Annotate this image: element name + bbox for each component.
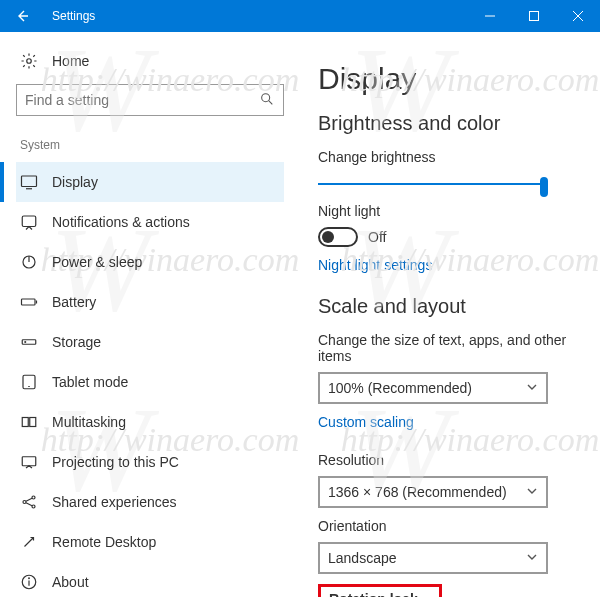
projecting-icon <box>20 453 38 471</box>
sidebar-item-power[interactable]: Power & sleep <box>16 242 284 282</box>
svg-rect-12 <box>22 299 36 305</box>
orientation-value: Landscape <box>328 550 397 566</box>
svg-point-28 <box>29 578 30 579</box>
close-icon <box>573 11 583 21</box>
multitasking-icon <box>20 413 38 431</box>
sidebar-item-storage[interactable]: Storage <box>16 322 284 362</box>
chevron-down-icon <box>526 550 538 566</box>
sidebar-item-notifications[interactable]: Notifications & actions <box>16 202 284 242</box>
gear-icon <box>20 52 38 70</box>
about-icon <box>20 573 38 591</box>
sidebar: Home System Display Notifications & acti… <box>0 32 300 597</box>
svg-line-6 <box>269 100 273 104</box>
svg-point-4 <box>27 59 32 64</box>
sidebar-item-label: Projecting to this PC <box>52 454 179 470</box>
sidebar-item-projecting[interactable]: Projecting to this PC <box>16 442 284 482</box>
sidebar-item-label: Remote Desktop <box>52 534 156 550</box>
svg-rect-9 <box>22 216 36 227</box>
shared-icon <box>20 493 38 511</box>
sidebar-item-shared[interactable]: Shared experiences <box>16 482 284 522</box>
maximize-button[interactable] <box>512 0 556 32</box>
resolution-select[interactable]: 1366 × 768 (Recommended) <box>318 476 548 508</box>
titlebar: Settings <box>0 0 600 32</box>
sidebar-item-label: Battery <box>52 294 96 310</box>
storage-icon <box>20 333 38 351</box>
battery-icon <box>20 293 38 311</box>
sidebar-item-label: Multitasking <box>52 414 126 430</box>
svg-rect-20 <box>22 457 36 466</box>
back-button[interactable] <box>0 0 44 32</box>
sidebar-item-label: Display <box>52 174 98 190</box>
scale-select[interactable]: 100% (Recommended) <box>318 372 548 404</box>
main-panel: Display Brightness and color Change brig… <box>300 32 600 597</box>
svg-point-21 <box>23 501 26 504</box>
svg-point-5 <box>262 93 270 101</box>
orientation-select[interactable]: Landscape <box>318 542 548 574</box>
slider-track <box>318 183 548 185</box>
search-icon <box>259 91 275 110</box>
sidebar-item-label: Storage <box>52 334 101 350</box>
svg-point-22 <box>32 496 35 499</box>
back-icon <box>14 8 30 24</box>
sidebar-item-label: About <box>52 574 89 590</box>
home-button[interactable]: Home <box>16 46 284 84</box>
maximize-icon <box>529 11 539 21</box>
rotation-lock-highlight: Rotation lock On <box>318 584 442 597</box>
sidebar-item-label: Notifications & actions <box>52 214 190 230</box>
slider-thumb <box>540 177 548 197</box>
sidebar-item-display[interactable]: Display <box>16 162 284 202</box>
sidebar-item-label: Shared experiences <box>52 494 177 510</box>
night-light-value: Off <box>368 229 386 245</box>
tablet-icon <box>20 373 38 391</box>
power-icon <box>20 253 38 271</box>
resolution-label: Resolution <box>318 452 582 468</box>
sidebar-item-battery[interactable]: Battery <box>16 282 284 322</box>
display-icon <box>20 173 38 191</box>
svg-point-15 <box>25 342 26 343</box>
scale-label: Change the size of text, apps, and other… <box>318 332 582 364</box>
sidebar-item-label: Power & sleep <box>52 254 142 270</box>
remote-icon <box>20 533 38 551</box>
sidebar-section-label: System <box>16 138 284 162</box>
sidebar-item-tablet[interactable]: Tablet mode <box>16 362 284 402</box>
svg-line-25 <box>26 503 32 506</box>
svg-line-24 <box>26 498 32 501</box>
scale-value: 100% (Recommended) <box>328 380 472 396</box>
sidebar-item-multitasking[interactable]: Multitasking <box>16 402 284 442</box>
page-title: Display <box>318 62 582 96</box>
sidebar-item-label: Tablet mode <box>52 374 128 390</box>
resolution-value: 1366 × 768 (Recommended) <box>328 484 507 500</box>
brightness-slider[interactable] <box>318 173 548 195</box>
orientation-label: Orientation <box>318 518 582 534</box>
home-label: Home <box>52 53 89 69</box>
svg-point-23 <box>32 505 35 508</box>
brightness-label: Change brightness <box>318 149 582 165</box>
search-input[interactable] <box>16 84 284 116</box>
chevron-down-icon <box>526 484 538 500</box>
minimize-button[interactable] <box>468 0 512 32</box>
custom-scaling-link[interactable]: Custom scaling <box>318 414 414 430</box>
search-field[interactable] <box>25 92 259 108</box>
night-light-toggle[interactable] <box>318 227 358 247</box>
svg-rect-18 <box>22 418 28 427</box>
chevron-down-icon <box>526 380 538 396</box>
section-scale: Scale and layout <box>318 295 582 318</box>
window-title: Settings <box>44 9 468 23</box>
toggle-knob <box>322 231 334 243</box>
minimize-icon <box>485 11 495 21</box>
sidebar-item-about[interactable]: About <box>16 562 284 597</box>
night-light-settings-link[interactable]: Night light settings <box>318 257 432 273</box>
sidebar-item-remote[interactable]: Remote Desktop <box>16 522 284 562</box>
notifications-icon <box>20 213 38 231</box>
close-button[interactable] <box>556 0 600 32</box>
section-brightness: Brightness and color <box>318 112 582 135</box>
svg-rect-1 <box>530 12 539 21</box>
rotation-lock-label: Rotation lock <box>329 591 431 597</box>
night-light-label: Night light <box>318 203 582 219</box>
svg-rect-19 <box>30 418 36 427</box>
svg-rect-7 <box>22 176 37 187</box>
